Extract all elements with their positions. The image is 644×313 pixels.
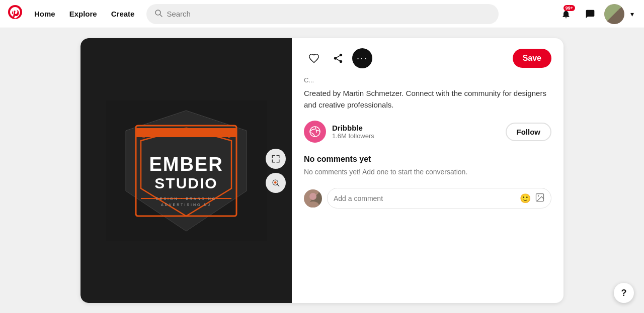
pinterest-logo[interactable]	[8, 5, 22, 23]
follow-button[interactable]: Follow	[506, 123, 552, 141]
attach-image-button[interactable]	[535, 192, 545, 204]
pin-image-area: EMBER STUDIO DESIGN · BRANDING ADVERTISI…	[80, 38, 292, 303]
save-button[interactable]: Save	[513, 49, 551, 68]
messages-button[interactable]	[580, 4, 600, 24]
comment-input[interactable]	[334, 194, 516, 202]
search-icon	[154, 9, 163, 19]
pin-card: EMBER STUDIO DESIGN · BRANDING ADVERTISI…	[80, 38, 564, 303]
svg-point-24	[538, 195, 539, 197]
no-comments-message: No comments yet! Add one to start the co…	[304, 168, 551, 176]
svg-text:DESIGN · BRANDING: DESIGN · BRANDING	[156, 197, 217, 200]
svg-text:EMBER: EMBER	[149, 154, 223, 175]
svg-rect-7	[136, 128, 236, 137]
svg-point-17	[274, 181, 277, 184]
creator-row: Dribbble 1.6M followers Follow	[304, 121, 551, 143]
pin-description: Created by Martin Schmetzer. Connect wit…	[304, 88, 551, 111]
comment-input-row: 🙂	[304, 188, 551, 208]
creator-name: Dribbble	[332, 124, 500, 132]
notifications-button[interactable]: 99+	[556, 4, 576, 24]
image-action-buttons	[266, 149, 286, 193]
search-bar	[146, 4, 499, 24]
comment-input-wrap: 🙂	[327, 188, 551, 208]
user-avatar[interactable]	[604, 4, 624, 24]
help-button[interactable]: ?	[614, 283, 634, 303]
svg-line-2	[160, 15, 162, 17]
nav-create[interactable]: Create	[105, 6, 141, 22]
main-nav: Home Explore Create	[28, 6, 140, 22]
notification-badge: 99+	[564, 5, 575, 11]
creator-followers: 1.6M followers	[332, 132, 500, 140]
like-button[interactable]	[304, 48, 324, 68]
svg-line-18	[277, 184, 279, 186]
main-content: EMBER STUDIO DESIGN · BRANDING ADVERTISI…	[0, 28, 644, 313]
svg-point-21	[309, 193, 316, 200]
svg-point-22	[307, 201, 319, 207]
more-options-button[interactable]: ···	[352, 48, 372, 68]
creator-avatar[interactable]	[304, 121, 326, 143]
creator-info: Dribbble 1.6M followers	[332, 124, 500, 140]
pin-source: C...	[304, 76, 551, 84]
svg-text:ADVERTISING  NJ: ADVERTISING NJ	[161, 203, 211, 206]
svg-text:★: ★	[141, 134, 146, 139]
pin-image: EMBER STUDIO DESIGN · BRANDING ADVERTISI…	[80, 38, 292, 303]
expand-button[interactable]	[266, 149, 286, 169]
pin-details: ··· Save Download image Hide Pin Report …	[292, 38, 564, 303]
dribbble-icon	[304, 121, 326, 143]
nav-explore[interactable]: Explore	[63, 6, 103, 22]
comments-header: No comments yet	[304, 155, 551, 164]
share-button[interactable]	[328, 48, 348, 68]
top-nav: Home Explore Create 99+ ▾	[0, 0, 644, 28]
visual-search-button[interactable]	[266, 173, 286, 193]
header-right: 99+ ▾	[556, 4, 636, 24]
pin-top-actions: ··· Save	[304, 48, 551, 68]
svg-text:STUDIO: STUDIO	[154, 175, 217, 191]
account-dropdown-chevron[interactable]: ▾	[628, 8, 636, 20]
emoji-button[interactable]: 🙂	[520, 194, 531, 203]
commenter-avatar	[304, 189, 322, 207]
search-input[interactable]	[167, 10, 491, 18]
nav-home[interactable]: Home	[28, 6, 61, 22]
svg-text:★: ★	[227, 134, 231, 139]
